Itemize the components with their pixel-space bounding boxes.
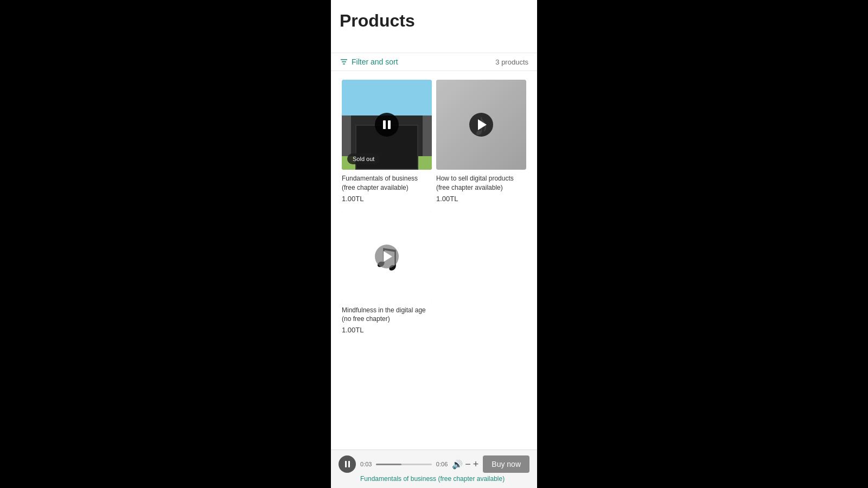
product-price-1: 1.00TL (342, 195, 432, 203)
product-count: 3 products (495, 58, 528, 66)
window (360, 126, 372, 138)
product-card-3[interactable]: ♫ Mindfulness in the digital age (no fre… (340, 207, 434, 339)
audio-pause-bar (345, 461, 347, 467)
audio-pause-icon (345, 461, 350, 467)
play-button-2[interactable] (469, 113, 493, 137)
product-price-2: 1.00TL (436, 195, 526, 203)
product-image-1[interactable]: Sold out (342, 80, 432, 170)
page-container: Products Filter and sort 3 products (331, 0, 537, 488)
product-card-1[interactable]: Sold out Fundamentals of business (free … (340, 75, 434, 207)
audio-progress-track[interactable] (376, 464, 431, 465)
page-title: Products (340, 11, 528, 31)
volume-decrease-button[interactable]: − (465, 459, 471, 470)
products-grid: Sold out Fundamentals of business (free … (331, 73, 537, 338)
audio-pause-button[interactable] (339, 455, 356, 473)
window (401, 126, 413, 138)
pause-button-1[interactable] (375, 113, 399, 137)
product-image-3[interactable]: ♫ (342, 211, 432, 301)
pause-icon-1 (383, 120, 391, 129)
window (387, 151, 400, 163)
window (374, 139, 386, 150)
filter-icon (340, 57, 348, 66)
product-name-3: Mindfulness in the digital age (no free … (342, 306, 432, 324)
sold-out-badge: Sold out (347, 153, 380, 164)
window (360, 139, 372, 150)
window (401, 139, 413, 150)
audio-pause-bar (348, 461, 350, 467)
audio-controls: 0:03 0:06 🔊 − + Buy now (339, 455, 529, 473)
filter-bar[interactable]: Filter and sort 3 products (331, 53, 537, 71)
audio-time-current: 0:03 (360, 461, 372, 467)
window (401, 151, 413, 163)
audio-player: 0:03 0:06 🔊 − + Buy now Fundamentals of … (331, 450, 537, 488)
play-button-3[interactable] (375, 245, 399, 268)
play-icon-3 (384, 251, 392, 262)
audio-track-name: Fundamentals of business (free chapter a… (339, 475, 529, 483)
volume-icon[interactable]: 🔊 (452, 459, 463, 470)
audio-time-total: 0:06 (436, 461, 448, 467)
product-price-3: 1.00TL (342, 326, 432, 334)
window (387, 139, 400, 150)
pause-bar (383, 120, 386, 129)
page-header: Products (331, 0, 537, 53)
product-card-2[interactable]: ♪ How to sell digital products (free cha… (434, 75, 528, 207)
filter-label: Filter and sort (352, 57, 398, 66)
volume-controls: 🔊 − + (452, 459, 478, 470)
play-icon-2 (478, 119, 487, 130)
product-name-1: Fundamentals of business (free chapter a… (342, 174, 432, 192)
product-name-2: How to sell digital products (free chapt… (436, 174, 526, 192)
buy-now-button[interactable]: Buy now (483, 455, 529, 473)
audio-progress-fill (376, 464, 401, 465)
volume-increase-button[interactable]: + (473, 459, 479, 470)
product-image-2[interactable]: ♪ (436, 80, 526, 170)
pause-bar (388, 120, 391, 129)
filter-sort-button[interactable]: Filter and sort (340, 57, 398, 66)
